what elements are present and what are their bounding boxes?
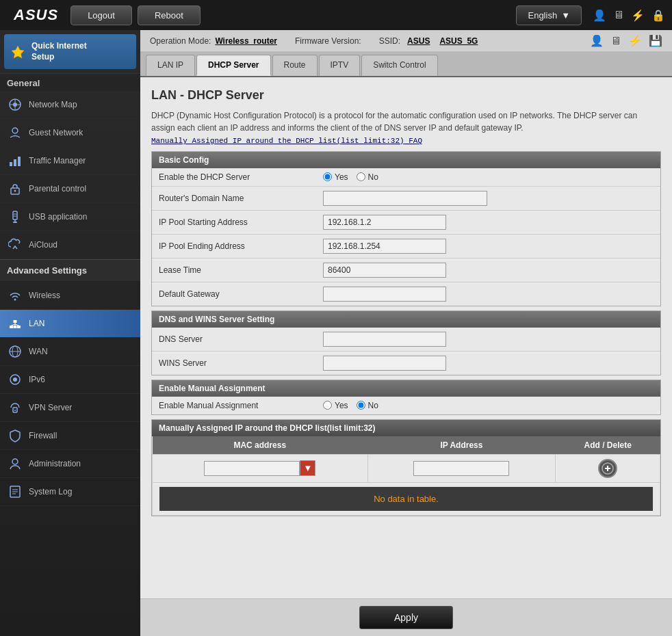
system-log-icon	[7, 483, 23, 500]
main-layout: Quick InternetSetup General Network Map …	[0, 30, 672, 636]
logo-area: ASUS	[7, 3, 65, 27]
svg-rect-8	[18, 157, 21, 166]
wins-server-input[interactable]	[323, 356, 446, 371]
svg-marker-0	[12, 46, 24, 58]
ssid-value1[interactable]: ASUS	[407, 36, 430, 46]
sidebar-item-ipv6[interactable]: IPv6	[0, 366, 140, 394]
svg-line-21	[12, 324, 16, 326]
enable-dhcp-yes-radio[interactable]	[323, 172, 332, 181]
traffic-manager-icon	[7, 153, 23, 169]
page-content: LAN - DHCP Server DHCP (Dynamic Host Con…	[140, 77, 672, 598]
enable-manual-yes[interactable]: Yes	[323, 401, 348, 410]
enable-dhcp-no[interactable]: No	[357, 172, 378, 182]
ipv6-icon	[7, 371, 23, 388]
tab-dhcp-server[interactable]: DHCP Server	[196, 55, 270, 76]
enable-manual-yes-radio[interactable]	[323, 401, 332, 410]
language-label: English	[528, 10, 557, 21]
svg-rect-7	[14, 159, 16, 166]
add-entry-button[interactable]	[598, 459, 617, 478]
content-area: Operation Mode: Wireless_router Firmware…	[140, 30, 672, 636]
page-description: DHCP (Dynamic Host Configuration Protoco…	[151, 109, 661, 147]
ip-pool-end-row: IP Pool Ending Address	[152, 235, 660, 259]
manual-assignment-section: Enable Manual Assignment Enable Manual A…	[151, 380, 661, 415]
apply-button[interactable]: Apply	[359, 606, 453, 629]
firewall-label: Firewall	[29, 431, 57, 440]
usb-application-label: USB application	[29, 212, 87, 222]
language-selector[interactable]: English ▼	[516, 5, 582, 25]
ip-pool-start-label: IP Pool Starting Address	[159, 217, 323, 227]
tab-bar: LAN IP DHCP Server Route IPTV Switch Con…	[140, 52, 672, 77]
svg-rect-16	[10, 326, 13, 328]
administration-icon	[7, 455, 23, 472]
col-mac-header: MAC address	[153, 436, 368, 455]
ssid-value2[interactable]: ASUS_5G	[439, 36, 478, 46]
basic-config-header: Basic Config	[152, 152, 660, 168]
quick-internet-setup[interactable]: Quick InternetSetup	[4, 34, 136, 69]
wireless-icon	[7, 287, 23, 304]
ip-pool-start-value	[323, 215, 654, 230]
ip-pool-start-input[interactable]	[323, 215, 446, 230]
enable-dhcp-yes[interactable]: Yes	[323, 172, 348, 182]
status-icons: 👤 🖥 ⚡ 🔒	[593, 9, 665, 22]
sidebar-item-usb-application[interactable]: USB application	[0, 203, 140, 231]
sidebar-item-vpn-server[interactable]: VPN Server	[0, 394, 140, 422]
network-map-label: Network Map	[29, 100, 77, 109]
tab-route[interactable]: Route	[272, 55, 318, 76]
manual-table-section: Manually Assigned IP around the DHCP lis…	[151, 419, 661, 516]
sidebar-item-aicloud[interactable]: AiCloud	[0, 231, 140, 259]
svg-rect-11	[13, 211, 17, 220]
vpn-icon	[7, 399, 23, 416]
wireless-label: Wireless	[29, 291, 60, 300]
aicloud-label: AiCloud	[29, 240, 57, 250]
logout-button[interactable]: Logout	[70, 5, 132, 25]
parental-control-label: Parental control	[29, 184, 86, 194]
svg-rect-6	[10, 162, 12, 166]
ip-input-cell	[367, 454, 556, 482]
tab-iptv[interactable]: IPTV	[319, 55, 361, 76]
ip-pool-start-row: IP Pool Starting Address	[152, 211, 660, 235]
aicloud-icon	[7, 237, 23, 253]
sidebar-item-guest-network[interactable]: Guest Network	[0, 119, 140, 147]
reboot-button[interactable]: Reboot	[138, 5, 201, 25]
domain-name-value	[323, 191, 654, 206]
enable-manual-no[interactable]: No	[357, 401, 378, 410]
dns-wins-section: DNS and WINS Server Setting DNS Server W…	[151, 310, 661, 375]
parental-control-icon	[7, 181, 23, 197]
mac-dropdown-button[interactable]: ▼	[300, 460, 315, 476]
sidebar-item-traffic-manager[interactable]: Traffic Manager	[0, 147, 140, 175]
dns-server-input[interactable]	[323, 332, 446, 347]
logo: ASUS	[14, 6, 58, 23]
tab-lan-ip[interactable]: LAN IP	[146, 55, 195, 76]
system-log-label: System Log	[29, 487, 72, 496]
sidebar-item-lan[interactable]: LAN	[0, 310, 140, 338]
operation-mode-value[interactable]: Wireless_router	[215, 36, 277, 46]
ip-pool-end-input[interactable]	[323, 239, 446, 254]
lease-time-input[interactable]	[323, 263, 446, 278]
enable-manual-no-radio[interactable]	[357, 401, 365, 410]
manual-assignment-link[interactable]: Manually Assigned IP around the DHCP lis…	[151, 137, 422, 145]
sidebar-item-system-log[interactable]: System Log	[0, 478, 140, 506]
sidebar-item-wireless[interactable]: Wireless	[0, 282, 140, 310]
default-gateway-input[interactable]	[323, 287, 446, 302]
default-gateway-label: Default Gateway	[159, 289, 323, 299]
wins-server-label: WINS Server	[159, 358, 323, 368]
administration-label: Administration	[29, 459, 81, 468]
dns-server-label: DNS Server	[159, 334, 323, 344]
wins-server-row: WINS Server	[152, 352, 660, 375]
mac-address-input[interactable]	[204, 461, 300, 476]
enable-manual-header: Enable Manual Assignment	[152, 380, 660, 397]
lease-time-row: Lease Time	[152, 259, 660, 282]
sidebar-item-wan[interactable]: WAN	[0, 338, 140, 366]
lease-time-value	[323, 263, 654, 278]
sidebar-item-administration[interactable]: Administration	[0, 450, 140, 478]
wan-label: WAN	[29, 347, 48, 356]
domain-name-input[interactable]	[323, 191, 487, 206]
sidebar-item-network-map[interactable]: Network Map	[0, 91, 140, 119]
no-data-cell: No data in table.	[153, 482, 660, 515]
sidebar-item-parental-control[interactable]: Parental control	[0, 175, 140, 203]
svg-point-10	[14, 190, 16, 192]
enable-dhcp-no-radio[interactable]	[357, 172, 365, 181]
tab-switch-control[interactable]: Switch Control	[361, 55, 437, 76]
ip-address-input[interactable]	[413, 461, 509, 476]
sidebar-item-firewall[interactable]: Firewall	[0, 422, 140, 450]
